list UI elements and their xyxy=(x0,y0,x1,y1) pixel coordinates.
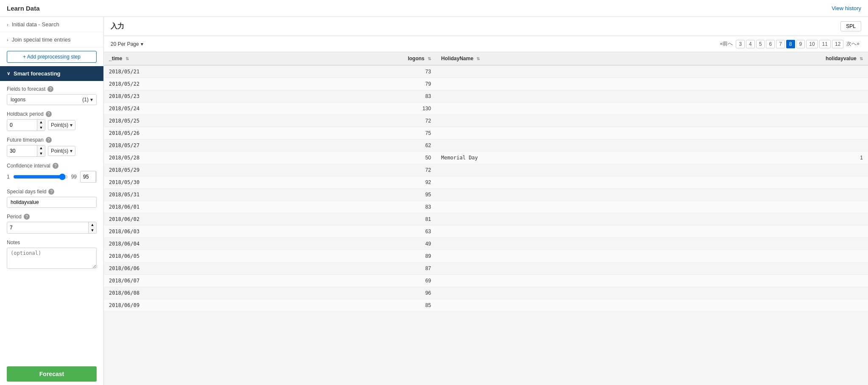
table-row: 2018/05/22 79 xyxy=(104,78,868,90)
cell-logons: 63 xyxy=(287,226,436,238)
special-days-field-input[interactable] xyxy=(7,197,97,208)
cell-time: 2018/06/06 xyxy=(104,262,287,275)
table-row: 2018/06/04 49 xyxy=(104,238,868,250)
fields-to-forecast-select[interactable]: logons (1) ▾ xyxy=(7,94,97,105)
period-spinner-btns: ▲ ▼ xyxy=(88,222,96,233)
table-row: 2018/06/08 96 xyxy=(104,287,868,299)
sort-holiday-value-icon: ⇅ xyxy=(860,56,863,61)
special-days-help-icon[interactable]: ? xyxy=(48,189,54,195)
cell-logons: 79 xyxy=(287,78,436,90)
fields-to-forecast-label: Fields to forecast ? xyxy=(7,86,97,92)
col-holiday-name[interactable]: HolidayName ⇅ xyxy=(436,52,655,65)
add-preprocessing-step-button[interactable]: + Add preprocessing step xyxy=(7,51,97,63)
view-history-button[interactable]: View history xyxy=(832,5,861,11)
cell-logons: 49 xyxy=(287,238,436,250)
content-title: 入力 xyxy=(111,22,124,31)
future-timespan-input[interactable] xyxy=(7,146,37,156)
page-8[interactable]: 8 xyxy=(786,40,795,48)
period-decrement[interactable]: ▼ xyxy=(89,228,96,233)
cell-holiday-value xyxy=(655,103,868,115)
holdback-period-input[interactable] xyxy=(7,120,37,130)
per-page-chevron-icon: ▾ xyxy=(141,41,143,47)
page-4[interactable]: 4 xyxy=(746,40,755,48)
table-row: 2018/05/28 50 Memorial Day 1 xyxy=(104,152,868,164)
cell-time: 2018/05/26 xyxy=(104,127,287,139)
page-6[interactable]: 6 xyxy=(766,40,775,48)
cell-holiday-name xyxy=(436,262,655,275)
page-3[interactable]: 3 xyxy=(736,40,745,48)
future-timespan-decrement[interactable]: ▼ xyxy=(37,151,45,156)
period-increment[interactable]: ▲ xyxy=(89,222,96,228)
app-title: Learn Data xyxy=(7,5,40,12)
table-header: _time ⇅ logons ⇅ HolidayName ⇅ xyxy=(104,52,868,65)
cell-holiday-name xyxy=(436,115,655,127)
page-9[interactable]: 9 xyxy=(796,40,805,48)
confidence-decrement[interactable]: ▼ xyxy=(96,177,97,182)
holdback-period-spinner: ▲ ▼ xyxy=(7,119,45,131)
table-row: 2018/05/27 62 xyxy=(104,139,868,152)
notes-group: Notes xyxy=(7,240,97,270)
table-row: 2018/06/09 85 xyxy=(104,299,868,312)
holdback-period-increment[interactable]: ▲ xyxy=(37,120,45,125)
notes-textarea[interactable] xyxy=(7,248,97,269)
future-timespan-input-group: ▲ ▼ Point(s) ▾ xyxy=(7,145,97,157)
page-5[interactable]: 5 xyxy=(756,40,765,48)
confidence-min-label: 1 xyxy=(7,174,10,180)
table-row: 2018/06/01 83 xyxy=(104,201,868,213)
page-7[interactable]: 7 xyxy=(776,40,785,48)
cell-time: 2018/06/01 xyxy=(104,201,287,213)
confidence-interval-group: Confidence interval ? 1 99 ▲ ▼ xyxy=(7,163,97,183)
page-11[interactable]: 11 xyxy=(819,40,831,48)
forecast-button[interactable]: Forecast xyxy=(7,366,97,382)
table-row: 2018/05/23 83 xyxy=(104,90,868,103)
cell-holiday-name xyxy=(436,189,655,201)
cell-holiday-value xyxy=(655,226,868,238)
table-row: 2018/06/06 87 xyxy=(104,262,868,275)
sidebar-item-initial-data[interactable]: › Initial data - Search xyxy=(0,17,103,32)
per-page-select[interactable]: 20 Per Page ▾ xyxy=(111,41,143,47)
holdback-period-help-icon[interactable]: ? xyxy=(46,111,52,117)
holdback-period-spinner-btns: ▲ ▼ xyxy=(37,120,45,131)
confidence-slider[interactable] xyxy=(13,173,68,180)
pagination-prev[interactable]: «前へ xyxy=(718,39,735,48)
spl-button[interactable]: SPL xyxy=(840,21,861,31)
period-input[interactable] xyxy=(7,223,88,232)
confidence-interval-help-icon[interactable]: ? xyxy=(53,163,58,169)
future-timespan-unit-select[interactable]: Point(s) ▾ xyxy=(48,146,75,156)
page-12[interactable]: 12 xyxy=(832,40,843,48)
cell-time: 2018/06/04 xyxy=(104,238,287,250)
sidebar-body: Fields to forecast ? logons (1) ▾ Hold xyxy=(0,81,103,363)
col-holiday-value[interactable]: holidayvalue ⇅ xyxy=(655,52,868,65)
cell-holiday-value xyxy=(655,262,868,275)
chevron-right-icon: › xyxy=(7,22,8,27)
cell-time: 2018/05/25 xyxy=(104,115,287,127)
cell-logons: 73 xyxy=(287,65,436,78)
table-controls: 20 Per Page ▾ «前へ 3 4 5 6 7 8 9 10 11 12… xyxy=(104,36,868,52)
future-timespan-increment[interactable]: ▲ xyxy=(37,145,45,151)
fields-to-forecast-help-icon[interactable]: ? xyxy=(47,86,53,92)
cell-holiday-value xyxy=(655,201,868,213)
holdback-period-decrement[interactable]: ▼ xyxy=(37,125,45,131)
pagination-next[interactable]: 次へ» xyxy=(845,39,861,48)
cell-logons: 50 xyxy=(287,152,436,164)
sidebar-item-join-entries[interactable]: › Join special time entries xyxy=(0,32,103,47)
holdback-period-unit-select[interactable]: Point(s) ▾ xyxy=(48,120,75,130)
cell-holiday-name xyxy=(436,176,655,189)
col-logons[interactable]: logons ⇅ xyxy=(287,52,436,65)
confidence-value-input[interactable] xyxy=(81,172,95,181)
page-10[interactable]: 10 xyxy=(806,40,818,48)
col-time[interactable]: _time ⇅ xyxy=(104,52,287,65)
confidence-increment[interactable]: ▲ xyxy=(96,171,97,177)
content-area: 入力 SPL 20 Per Page ▾ «前へ 3 4 5 6 7 8 9 xyxy=(104,17,868,385)
cell-holiday-name xyxy=(436,127,655,139)
unit-chevron-icon: ▾ xyxy=(70,122,72,128)
holdback-period-label: Holdback period ? xyxy=(7,111,97,117)
special-days-field-group: Special days field ? xyxy=(7,189,97,208)
cell-logons: 89 xyxy=(287,250,436,262)
period-help-icon[interactable]: ? xyxy=(24,214,30,220)
cell-logons: 83 xyxy=(287,201,436,213)
smart-forecasting-section[interactable]: ∨ Smart forecasting xyxy=(0,66,103,81)
cell-time: 2018/05/27 xyxy=(104,139,287,152)
cell-logons: 92 xyxy=(287,176,436,189)
future-timespan-help-icon[interactable]: ? xyxy=(46,137,52,143)
